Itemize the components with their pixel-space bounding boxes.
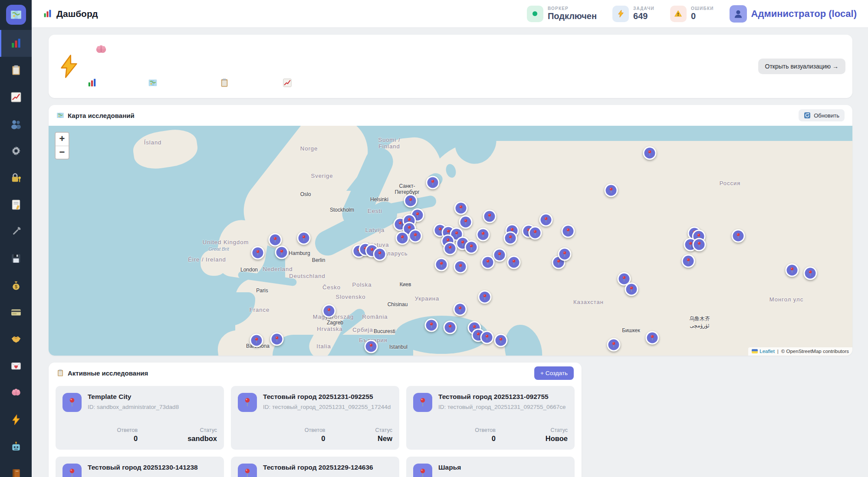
clipboard-icon [10,65,22,76]
sidebar-item-docs[interactable] [0,460,32,477]
map-marker[interactable] [435,258,448,271]
open-visualization-button[interactable]: Открыть визуализацию → [758,59,845,74]
user-menu[interactable]: Администратор (local) [730,5,857,23]
map-label-country: Česko [322,284,341,291]
map-marker[interactable] [607,338,621,352]
map-marker[interactable] [425,319,438,332]
map-marker[interactable] [529,226,542,240]
research-card[interactable]: Тестовый город 20251230-141238 [56,457,224,477]
map-label-country: Polska [352,281,372,288]
map-marker[interactable] [539,213,553,227]
research-cards: Template CityID: sandbox_administrator_7… [49,383,582,477]
leaflet-link[interactable]: Leaflet [760,349,775,354]
header-stat-2: ОШИБКИ0 [670,6,714,22]
map-marker[interactable] [494,334,508,347]
map-marker[interactable] [444,242,457,255]
map-marker[interactable] [682,255,695,268]
map-marker[interactable] [481,256,495,269]
sidebar-item-finance[interactable]: $ [0,272,32,299]
research-card[interactable]: Шарья [406,457,575,477]
sidebar-item-research[interactable] [0,57,32,84]
zoom-out-button[interactable]: − [56,146,69,159]
create-button[interactable]: + Создать [534,366,574,380]
map-label-city: Киев [400,281,411,288]
map-marker[interactable] [454,303,467,316]
map-marker[interactable] [454,202,468,215]
sidebar-item-dashboard[interactable] [0,30,32,57]
map-marker[interactable] [732,229,745,243]
sidebar-item-messages[interactable] [0,353,32,379]
sidebar-item-storage[interactable] [0,245,32,272]
map-marker[interactable] [444,321,457,334]
card-body: Тестовый город 20251231-092755ID: тестов… [438,393,566,412]
card-title: Тестовый город 20251231-092755 [438,393,566,401]
research-card[interactable]: Тестовый город 20251231-092755ID: тестов… [406,386,575,450]
sidebar-item-partners[interactable] [0,326,32,353]
map-marker[interactable] [483,210,496,223]
app-logo[interactable] [6,5,26,25]
map-marker[interactable] [270,333,284,346]
sidebar-item-energy[interactable] [0,406,32,433]
lock-icon [10,172,22,183]
zoom-in-button[interactable]: + [56,133,69,146]
map-marker[interactable] [459,216,473,229]
map[interactable]: ÍslandNorgeSverigeSuomi / FinlandEestiLa… [49,126,852,356]
map-marker[interactable] [477,228,490,242]
map-marker[interactable] [558,248,572,261]
sidebar-item-settings[interactable] [0,137,32,164]
research-card[interactable]: Template CityID: sandbox_administrator_7… [56,386,224,450]
map-marker[interactable] [504,232,517,245]
sidebar-item-personas[interactable] [0,111,32,137]
sidebar-item-analytics[interactable] [0,84,32,111]
map-marker[interactable] [373,248,387,261]
map-marker[interactable] [643,147,657,160]
map-marker[interactable] [562,225,575,238]
pin-icon [447,245,454,252]
map-marker[interactable] [409,229,422,243]
map-marker[interactable] [605,184,618,197]
map-marker[interactable] [625,283,638,296]
map-marker[interactable] [251,246,265,260]
map-marker[interactable] [804,267,817,280]
map-label-country: Србија [352,327,373,333]
map-label-country: Suomi / Finland [378,137,400,150]
map-marker[interactable] [693,238,706,252]
map-marker[interactable] [365,340,378,353]
pin-icon [274,336,280,343]
research-card[interactable]: Тестовый город 20251231-092255ID: тестов… [231,386,399,450]
answers-value: 0 [475,435,496,443]
map-marker[interactable] [322,304,336,318]
map-marker[interactable] [250,334,263,347]
map-marker[interactable] [454,260,467,274]
map-marker[interactable] [507,256,521,269]
card-body: Template CityID: sandbox_administrator_7… [88,393,179,412]
map-marker[interactable] [646,331,659,345]
pin-icon [647,150,653,157]
sidebar-item-tools[interactable] [0,218,32,245]
map-marker[interactable] [493,248,506,262]
map-marker[interactable] [275,246,289,259]
green-dot-icon [531,10,539,18]
map-marker[interactable] [478,291,492,304]
pin-icon [735,233,742,239]
map-marker[interactable] [465,241,478,254]
sidebar-item-surveys[interactable] [0,191,32,218]
sidebar-item-billing[interactable] [0,299,32,326]
map-marker[interactable] [786,264,799,277]
research-card[interactable]: Тестовый город 20251229-124636 [231,457,399,477]
refresh-icon [804,112,811,119]
refresh-button[interactable]: Обновить [799,109,845,121]
sidebar-item-security[interactable] [0,164,32,191]
map-label-country: Nederland [263,266,293,272]
map-marker[interactable] [404,194,418,208]
map-marker[interactable] [480,331,494,344]
map-label-country: Sverige [311,173,333,179]
map-marker[interactable] [426,176,440,189]
map-marker[interactable] [269,233,282,247]
sidebar-item-ai[interactable] [0,379,32,406]
map-marker[interactable] [396,232,409,245]
card-title: Шарья [438,464,461,471]
research-card-title-group: Активные исследования [56,369,148,377]
map-marker[interactable] [297,232,311,245]
sidebar-item-bots[interactable] [0,433,32,460]
